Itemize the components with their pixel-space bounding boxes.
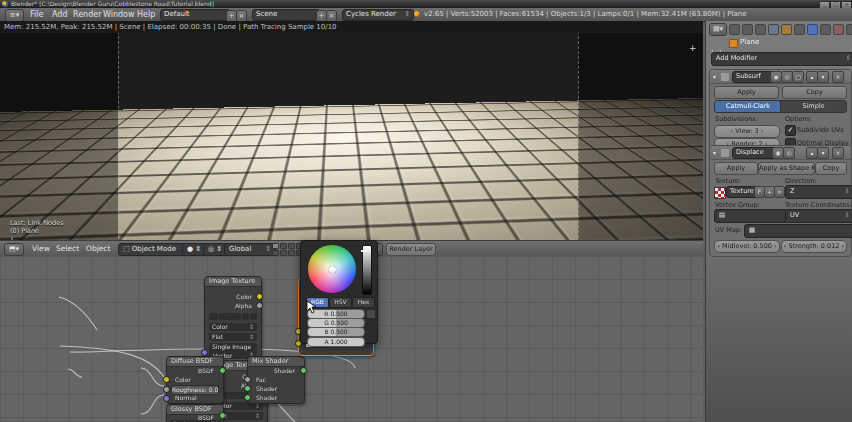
tab-render-layers-icon[interactable] xyxy=(742,24,753,35)
strength-slider[interactable]: ‹ Strength: 0.012 › xyxy=(781,240,847,253)
displace-header[interactable]: ▾ Displace ◉ ◎ ▴ ▾ × xyxy=(710,146,851,160)
properties-panel: ▤▾ ‹ › Plane Add Modifie xyxy=(705,21,852,422)
socket-alpha-out-1[interactable] xyxy=(256,302,263,309)
editmode-visibility-icon[interactable]: ▢ xyxy=(792,71,804,83)
mode-selector[interactable]: ⬚ Object Mode ⇕ xyxy=(118,243,186,256)
properties-tabs[interactable] xyxy=(729,24,852,35)
apply-as-shape-key-button[interactable]: Apply as Shape K xyxy=(758,162,815,175)
node-mix-shader[interactable]: Mix Shader Shader Fac Shader Shader xyxy=(247,356,305,404)
socket-shader-out-mix[interactable] xyxy=(300,367,307,374)
input-label-shader2: Shader xyxy=(256,394,277,402)
subsurf-copy-button[interactable]: Copy xyxy=(782,86,847,99)
socket-color-out-1[interactable] xyxy=(256,293,263,300)
output-label-color: Color xyxy=(236,293,252,301)
socket-color-in-diffuse[interactable] xyxy=(163,376,170,383)
eyedropper-icon[interactable] xyxy=(366,309,376,319)
menu-window[interactable]: Window xyxy=(103,8,135,21)
simple-toggle[interactable]: Simple xyxy=(780,100,847,113)
move-down-icon[interactable]: ▾ xyxy=(817,147,829,159)
projection-dropdown[interactable]: Flat⇕ xyxy=(209,333,257,341)
tab-render-icon[interactable] xyxy=(729,24,740,35)
editor-type-selector-properties[interactable]: ▤▾ xyxy=(709,23,727,36)
region-expand-plus[interactable]: + xyxy=(689,43,697,53)
node-diffuse-bsdf[interactable]: Diffuse BSDF BSDF Color Roughness: 0.000… xyxy=(166,356,224,404)
slider-b[interactable]: B 0.500 xyxy=(307,327,365,337)
uv-map-field[interactable]: ▦ xyxy=(744,224,852,238)
node-title[interactable]: Glossy BSDF xyxy=(167,405,223,415)
menu-render[interactable]: Render xyxy=(73,8,101,21)
title-bar[interactable]: Blender* [C:\Design\Blender Guru\Cobbles… xyxy=(0,0,852,8)
modifier-name-field[interactable]: Subsurf xyxy=(732,71,774,83)
socket-fac-in-mix[interactable] xyxy=(244,376,251,383)
output-label-bsdf: BSDF xyxy=(198,367,214,375)
image-datablock-row[interactable] xyxy=(209,313,257,320)
node-title[interactable]: Image Texture xyxy=(205,277,261,287)
texture-checker-icon[interactable] xyxy=(714,187,726,199)
editor-type-selector-3dview[interactable]: ⬒▾ xyxy=(4,243,24,256)
tab-constraints-icon[interactable] xyxy=(794,24,805,35)
subsurf-header[interactable]: ▾ Subsurf ◉ ◎ ▢ ▴ ▾ × xyxy=(710,70,851,84)
screen-layout-selector[interactable]: Default xyxy=(160,9,230,21)
node-image-texture-1[interactable]: Image Texture Color Alpha Color⇕ Flat⇕ S… xyxy=(204,276,262,358)
add-modifier-dropdown[interactable]: Add Modifier⇕ xyxy=(711,52,852,66)
view-subdivisions-stepper[interactable]: ‹ View: 3 › xyxy=(714,125,780,138)
expand-triangle-icon[interactable]: ▾ xyxy=(713,73,716,80)
socket-vector-in-1[interactable] xyxy=(201,349,208,356)
tab-hex[interactable]: Hex xyxy=(352,297,375,308)
tab-object-icon[interactable] xyxy=(781,24,792,35)
viewport-visibility-icon[interactable]: ◎ xyxy=(783,147,795,159)
midlevel-slider[interactable]: ‹ Midlevel: 0.500 › xyxy=(714,240,780,253)
subsurf-apply-button[interactable]: Apply xyxy=(714,86,779,99)
menu-add[interactable]: Add xyxy=(52,8,68,21)
move-down-icon[interactable]: ▾ xyxy=(817,71,829,83)
render-layer-button[interactable]: Render Layer xyxy=(386,243,436,256)
image-icon xyxy=(209,313,218,320)
tab-hsv[interactable]: HSV xyxy=(329,297,352,308)
socket-bsdf-out-glossy[interactable] xyxy=(219,412,226,419)
delete-modifier-icon[interactable]: × xyxy=(832,71,844,83)
value-slider-handle[interactable] xyxy=(361,250,371,252)
color-space-dropdown[interactable]: Color⇕ xyxy=(209,323,257,331)
menu-help[interactable]: Help xyxy=(137,8,155,21)
value-slider[interactable] xyxy=(362,245,372,295)
color-wheel-cursor[interactable] xyxy=(329,266,336,273)
unlink-texture-icon[interactable]: × xyxy=(774,186,785,198)
viewport-3d[interactable]: Last: Link Nodes (0) Plane + xyxy=(0,33,703,240)
catmull-clark-toggle[interactable]: Catmull-Clark xyxy=(714,100,782,113)
tab-data-icon[interactable] xyxy=(820,24,831,35)
render-status-text: Mem: 215.52M, Peak: 215.52M | Scene | El… xyxy=(0,23,337,31)
tab-texture-icon[interactable] xyxy=(846,24,852,35)
delete-modifier-icon[interactable]: × xyxy=(832,147,844,159)
render-engine-selector[interactable]: Cycles Render ⇕ xyxy=(342,9,414,21)
color-picker-popup: RGB HSV Hex R 0.500 G 0.500 B 0.500 A 1.… xyxy=(300,240,378,344)
scene-selector[interactable]: Scene xyxy=(252,9,320,21)
vertex-group-field[interactable]: ▤ xyxy=(714,209,788,223)
subdivide-uvs-checkbox[interactable]: ✓ xyxy=(785,125,796,136)
node-title[interactable]: Mix Shader xyxy=(248,357,304,367)
slider-a[interactable]: A 1.000 xyxy=(307,337,365,347)
tab-material-icon[interactable] xyxy=(833,24,844,35)
modifier-name-field[interactable]: Displace xyxy=(732,147,776,159)
tab-modifiers-icon[interactable] xyxy=(807,24,818,35)
menu-view[interactable]: View xyxy=(32,241,50,257)
tab-world-icon[interactable] xyxy=(768,24,779,35)
blender-logo-icon xyxy=(2,1,8,7)
expand-triangle-icon[interactable]: ▾ xyxy=(713,149,716,156)
transform-orientation-selector[interactable]: Global ⇕ xyxy=(224,243,276,256)
blender-version-icon xyxy=(414,11,420,17)
socket-roughness-in-diffuse[interactable] xyxy=(163,386,170,393)
direction-dropdown[interactable]: Z⇕ xyxy=(785,185,852,199)
socket-bsdf-out-diffuse[interactable] xyxy=(219,367,226,374)
displace-apply-button[interactable]: Apply xyxy=(714,162,758,175)
menu-object[interactable]: Object xyxy=(86,241,110,257)
displace-copy-button[interactable]: Copy xyxy=(815,162,847,175)
menu-select[interactable]: Select xyxy=(56,241,79,257)
texture-coordinates-dropdown[interactable]: UV⇕ xyxy=(785,209,852,223)
menu-file[interactable]: File xyxy=(30,8,43,21)
socket-shader1-in-mix[interactable] xyxy=(244,385,251,392)
tab-scene-icon[interactable] xyxy=(755,24,766,35)
socket-normal-in-diffuse[interactable] xyxy=(163,395,170,402)
socket-shader2-in-mix[interactable] xyxy=(244,394,251,401)
breadcrumb-object-name[interactable]: Plane xyxy=(740,38,759,46)
node-title[interactable]: Diffuse BSDF xyxy=(167,357,223,367)
